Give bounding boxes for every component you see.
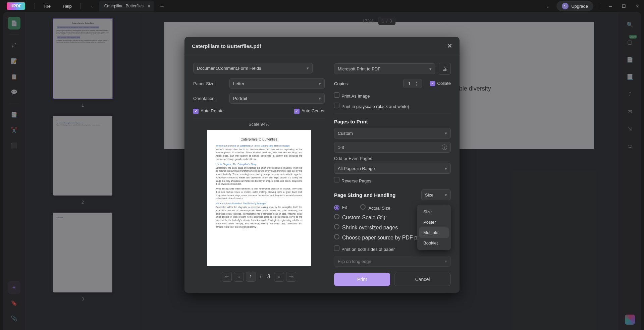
collate-checkbox[interactable]: ✓Collate: [430, 81, 451, 87]
dialog-header: Caterpillars to Butterflies.pdf ✕: [184, 37, 460, 55]
scale-label: Scale:94%: [193, 122, 325, 127]
page-total: 3: [265, 274, 272, 280]
sizing-title: Page Sizing and Handling: [334, 192, 395, 198]
last-page-button[interactable]: ⇥: [286, 272, 296, 282]
menu-help[interactable]: Help: [57, 0, 78, 12]
printer-dropdown[interactable]: Microsoft Print to PDF▾: [334, 63, 435, 74]
cancel-button[interactable]: Cancel: [394, 273, 451, 286]
print-preview: Caterpillars to Butterflies The Metamorp…: [207, 130, 311, 266]
size-option-poster[interactable]: Poster: [419, 217, 449, 227]
first-page-button[interactable]: ⇤: [222, 272, 232, 282]
auto-rotate-checkbox[interactable]: ✓Auto Rotate: [193, 108, 224, 114]
separator: [80, 3, 81, 9]
upgrade-button[interactable]: S Upgrade: [556, 1, 593, 11]
titlebar: UPDF File Help ‹ Caterpillar...Butterfli…: [0, 0, 644, 12]
close-button[interactable]: ✕: [631, 0, 644, 12]
document-tab[interactable]: Caterpillar...Butterflies ✕: [99, 1, 154, 11]
printer-settings-icon[interactable]: 🖨: [439, 63, 451, 75]
orientation-label: Orientation:: [193, 96, 225, 101]
print-grayscale-checkbox[interactable]: Print in grayscale (black and white): [334, 103, 409, 109]
actual-size-radio[interactable]: Actual Size: [360, 204, 390, 211]
next-page-button[interactable]: »: [274, 272, 284, 282]
pages-range-input[interactable]: 1-3 i: [334, 142, 451, 153]
sizing-dropdown[interactable]: Size▾: [421, 189, 451, 200]
print-button[interactable]: Print: [334, 273, 390, 286]
print-dialog: Caterpillars to Butterflies.pdf ✕ Docume…: [184, 37, 460, 293]
menu-file[interactable]: File: [38, 0, 57, 12]
dialog-title: Caterpillars to Butterflies.pdf: [192, 43, 261, 49]
copies-label: Copies:: [334, 81, 349, 86]
size-option-size[interactable]: Size: [419, 207, 449, 217]
auto-center-checkbox[interactable]: ✓Auto Center: [294, 108, 325, 114]
workspace: 📄 🖍 📝 📋 💬 📑 ✂️ ⬛ ✦ 🔖 📎 Caterpillars to B…: [3, 12, 641, 330]
odd-even-label: Odd or Even Pages: [334, 156, 451, 161]
logo[interactable]: UPDF: [7, 2, 25, 10]
tab-close-icon[interactable]: ✕: [147, 3, 151, 9]
print-scope-dropdown[interactable]: Document,Comment,Form Fields▾: [193, 63, 313, 73]
maximize-button[interactable]: ☐: [617, 0, 631, 12]
pages-to-print-title: Pages to Print: [334, 119, 451, 124]
copies-spinner[interactable]: ▲▼: [403, 79, 422, 88]
pages-mode-dropdown[interactable]: Custom▾: [334, 128, 451, 139]
page-input[interactable]: [246, 272, 256, 282]
size-dropdown-popup: Size Poster Multiple Booklet: [417, 205, 451, 250]
orientation-dropdown[interactable]: Portrait▾: [229, 93, 325, 104]
upgrade-label: Upgrade: [571, 4, 588, 9]
flip-dropdown: Flip on long edge▾: [334, 256, 451, 267]
paper-size-dropdown[interactable]: Letter▾: [229, 78, 325, 89]
both-sides-checkbox[interactable]: Print on both sides of paper: [334, 245, 395, 252]
fit-radio[interactable]: Fit: [334, 205, 347, 210]
info-icon[interactable]: i: [442, 145, 447, 150]
separator: [35, 3, 35, 9]
tab-label: Caterpillar...Butterflies: [104, 4, 144, 8]
prev-page-button[interactable]: «: [234, 272, 244, 282]
new-tab-button[interactable]: ＋: [159, 2, 165, 10]
close-icon[interactable]: ✕: [447, 42, 452, 50]
size-option-booklet[interactable]: Booklet: [419, 238, 449, 248]
separator: [601, 3, 601, 9]
preview-pager: ⇤ « / 3 » ⇥: [193, 272, 325, 282]
chevron-down-icon[interactable]: ⌄: [546, 4, 550, 9]
print-as-image-checkbox[interactable]: Print As Image: [334, 92, 370, 99]
paper-size-label: Paper Size:: [193, 81, 225, 86]
size-option-multiple[interactable]: Multiple: [419, 227, 449, 238]
minimize-button[interactable]: ─: [604, 0, 617, 12]
avatar: S: [562, 3, 569, 9]
odd-even-dropdown[interactable]: All Pages in Range▾: [334, 163, 451, 174]
prev-tab-button[interactable]: ‹: [88, 1, 97, 11]
reverse-pages-checkbox[interactable]: Reverse Pages: [334, 177, 371, 183]
